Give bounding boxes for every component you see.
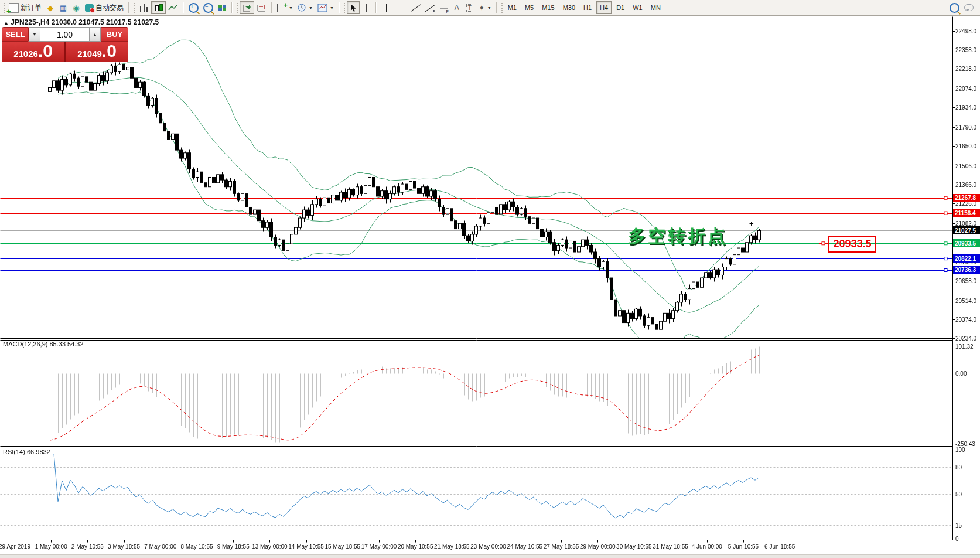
timeframe-button-w1[interactable]: W1 [629, 1, 646, 14]
toolbar-drag-handle[interactable] [501, 2, 503, 13]
sell-button[interactable]: SELL [2, 27, 29, 42]
bull-bear-turning-point-annotation: 多空转折点 [628, 224, 728, 249]
zoom-in-button[interactable]: + [186, 1, 201, 14]
price-tick-label: 20658.0 [955, 278, 976, 284]
crosshair-tool-button[interactable] [360, 1, 373, 14]
rsi-axis-label: 100 [955, 447, 965, 453]
fibonacci-icon: F [440, 4, 448, 12]
zoom-out-icon: − [203, 3, 213, 13]
sell-price-pips: .0 [38, 42, 53, 60]
price-tick-label: 21934.0 [955, 104, 976, 111]
main-toolbar: + 新订单 ◆ ▦ ◉ 自动交易 + − + ▼ [0, 0, 980, 16]
toolbar-separator [496, 2, 497, 13]
candlestick-icon [153, 4, 163, 12]
community-chat-icon[interactable] [964, 4, 974, 11]
time-tick-label: 29 May 00:00 [580, 543, 616, 550]
toolbar-drag-handle[interactable] [236, 2, 238, 13]
timeframe-button-m30[interactable]: M30 [559, 1, 579, 14]
signal-icon: ◉ [73, 4, 79, 12]
buy-button[interactable]: BUY [101, 27, 128, 42]
text-tool-button[interactable]: A [450, 1, 463, 14]
tile-windows-icon [218, 4, 227, 12]
timeframe-button-m5[interactable]: M5 [521, 1, 537, 14]
trendline-icon [411, 4, 421, 12]
toolbar-drag-handle[interactable] [343, 2, 346, 13]
vertical-line-tool-button[interactable] [379, 1, 394, 14]
signals-button[interactable]: ◉ [70, 1, 83, 14]
templates-button[interactable]: ▼ [315, 1, 336, 14]
time-tick-label: 4 Jun 00:00 [692, 543, 722, 550]
candlestick-mode-button[interactable] [151, 1, 166, 14]
bar-chart-icon [139, 4, 149, 12]
chart-window: ▲ JPN225-,H4 21030.0 21047.5 21017.5 210… [0, 16, 980, 558]
autotrading-label: 自动交易 [95, 3, 124, 13]
search-icon[interactable] [950, 3, 959, 13]
volume-input[interactable] [40, 27, 89, 42]
fibonacci-tool-button[interactable]: F [438, 1, 450, 14]
horizontal-line-icon [396, 4, 406, 12]
time-tick-label: 1 May 00:00 [35, 543, 67, 550]
toolbar-drag-handle[interactable] [3, 2, 5, 13]
time-tick-label: 30 May 10:55 [616, 543, 652, 550]
time-tick-label: 15 May 18:55 [325, 543, 360, 550]
volume-increase-button[interactable]: ▲ [89, 27, 101, 42]
trendline-tool-button[interactable] [408, 1, 423, 14]
window-bottom-edge [0, 554, 980, 558]
channel-tool-button[interactable]: E [423, 1, 438, 14]
auto-scroll-button[interactable] [240, 1, 254, 14]
chart-symbol: JPN225-,H4 [11, 18, 49, 26]
crosshair-icon [362, 4, 371, 12]
new-order-button[interactable]: + 新订单 [6, 1, 44, 14]
new-order-icon: + [9, 3, 19, 13]
price-tick-label: 21650.0 [955, 143, 976, 149]
timeframe-button-mn[interactable]: MN [647, 1, 664, 14]
timeframe-button-m1[interactable]: M1 [504, 1, 520, 14]
line-chart-icon [168, 4, 178, 12]
arrows-tool-button[interactable]: ✦ ▼ [476, 1, 494, 14]
toolbar-separator [231, 2, 233, 13]
timeframe-button-d1[interactable]: D1 [613, 1, 628, 14]
toolbar-right-group [950, 3, 978, 13]
time-tick-label: 9 May 18:55 [217, 543, 250, 550]
buy-price-display[interactable]: 21049 .0 [66, 42, 128, 62]
price-tick-label: 22498.0 [955, 28, 976, 34]
text-label-tool-button[interactable]: T [463, 1, 476, 14]
market-depth-button[interactable]: ◆ [44, 1, 57, 14]
hline-price-badge: 21156.4 [953, 209, 980, 217]
timeframe-button-h4[interactable]: H4 [596, 1, 612, 14]
timeframe-button-h1[interactable]: H1 [580, 1, 595, 14]
tile-windows-button[interactable] [216, 1, 229, 14]
time-tick-label: 8 May 10:55 [180, 543, 213, 550]
chart-canvas[interactable] [0, 16, 980, 558]
buy-price-pips: .0 [102, 42, 117, 60]
sell-price-display[interactable]: 21026 .0 [2, 42, 64, 62]
dropdown-caret-icon: ▼ [330, 6, 334, 10]
macd-axis-label: 101.32 [955, 343, 974, 350]
periods-button[interactable]: ▼ [295, 1, 315, 14]
time-tick-label: 27 May 18:55 [544, 543, 579, 550]
price-tick-label: 21506.0 [955, 162, 976, 169]
new-order-label: 新订单 [21, 3, 42, 13]
toolbar-drag-handle[interactable] [133, 2, 135, 13]
timeframe-button-m15[interactable]: M15 [538, 1, 558, 14]
cursor-tool-button[interactable] [347, 1, 360, 14]
zoom-out-button[interactable]: − [201, 1, 216, 14]
indicators-button[interactable]: + ▼ [275, 1, 295, 14]
horizontal-line-tool-button[interactable] [394, 1, 408, 14]
line-chart-mode-button[interactable] [166, 1, 180, 14]
dropdown-caret-icon: ▼ [309, 6, 313, 10]
chart-ohlc: 21030.0 21047.5 21017.5 21027.5 [52, 18, 159, 26]
collapse-arrow-icon[interactable]: ▲ [4, 20, 9, 26]
chart-shift-button[interactable] [254, 1, 269, 14]
bar-chart-mode-button[interactable] [136, 1, 151, 14]
cursor-icon [349, 4, 357, 12]
channel-icon: E [425, 4, 435, 12]
price-callout-label[interactable]: 20933.5 [828, 236, 876, 253]
rsi-axis-label: 80 [955, 464, 962, 471]
time-tick-label: 5 Jun 10:55 [728, 543, 759, 550]
time-tick-label: 7 May 00:00 [144, 543, 176, 550]
new-chart-button[interactable]: ▦ [57, 1, 70, 14]
volume-decrease-button[interactable]: ▼ [29, 27, 40, 42]
autotrading-button[interactable]: 自动交易 [83, 1, 126, 14]
time-tick-label: 20 May 10:55 [398, 543, 433, 550]
